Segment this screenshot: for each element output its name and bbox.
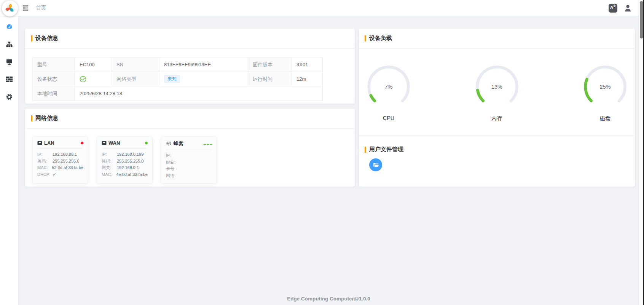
folder-open-icon [373, 163, 379, 168]
list-item: DHCP:✓ [37, 171, 83, 178]
list-item: IMEI: [166, 159, 212, 166]
disk-gauge: 25% 磁盘 [582, 64, 628, 122]
list-item: 网关:192.168.0.1 [102, 164, 148, 171]
scrollbar-thumb[interactable] [640, 1, 643, 38]
table-row: 型号 EC100 SN 813FE9EF969913EE 固件版本 3X01 [33, 57, 323, 72]
device-info-header: 设备信息 [25, 29, 355, 49]
sidebar-collapse-button[interactable] [22, 4, 29, 12]
lan-name: LAN [44, 140, 54, 146]
list-item: IP:192.168.88.1 [37, 151, 83, 158]
firmware-label: 固件版本 [248, 57, 292, 72]
disk-label: 磁盘 [600, 115, 611, 122]
divider [102, 149, 148, 149]
wan-status-dot [145, 142, 148, 144]
nettype-label: 网络类型 [112, 72, 159, 86]
monitor-icon [6, 59, 13, 65]
table-row: 设备状态 网络类型 未知 运行时间 12m [33, 72, 323, 86]
top-bar: 首页 A文 [0, 0, 644, 16]
wan-name: WAN [108, 140, 120, 146]
uptime-label: 运行时间 [248, 72, 292, 86]
nettype-badge: 未知 [164, 75, 180, 83]
success-check-circle-icon [80, 76, 86, 83]
list-item: 卡号: [166, 166, 212, 172]
device-load-card: 设备负载 7% CPU 13% 内存 [359, 29, 635, 187]
user-icon [624, 4, 632, 12]
divider [37, 149, 83, 149]
sidebar-item-monitor[interactable] [0, 59, 18, 65]
localtime-value: 2025/6/28 14:28:18 [75, 86, 323, 101]
accent-bar [31, 35, 32, 42]
divider [166, 150, 212, 150]
model-label: 型号 [33, 57, 75, 72]
localtime-label: 本地时间 [33, 86, 75, 101]
sidebar-item-firewall[interactable] [0, 76, 18, 83]
device-load-title: 设备负载 [369, 35, 392, 42]
list-item: IP:192.168.0.199 [102, 151, 148, 158]
network-info-title: 网络信息 [35, 115, 58, 122]
cellular-status-dash [204, 144, 212, 145]
scrollbar-track [639, 0, 644, 305]
accent-bar [31, 115, 32, 121]
network-info-card: 网络信息 LAN IP:192. [25, 109, 355, 187]
footer-text: Edge Computing Computer@1.0.0 [19, 296, 639, 302]
nettype-value: 未知 [159, 72, 248, 86]
accent-bar [365, 147, 366, 153]
load-gauges: 7% CPU 13% 内存 25% 磁盘 [359, 64, 635, 122]
list-item: 掩码:255.255.255.0 [37, 158, 83, 165]
file-manager-header: 用户文件管理 [359, 136, 635, 153]
memory-gauge: 13% 内存 [474, 64, 520, 122]
sidebar-item-dashboard[interactable] [0, 24, 18, 30]
list-item: MAC:52:0d:af:33:fa:be [37, 164, 83, 171]
device-load-header: 设备负载 [359, 29, 635, 49]
open-file-manager-button[interactable] [369, 158, 382, 171]
status-label: 设备状态 [33, 72, 75, 86]
ethernet-port-icon [37, 141, 42, 145]
dashboard-icon [6, 24, 13, 30]
device-info-table: 型号 EC100 SN 813FE9EF969913EE 固件版本 3X01 设… [32, 57, 323, 101]
table-row: 本地时间 2025/6/28 14:28:18 [33, 86, 323, 101]
sidebar-nav [0, 16, 19, 305]
network-info-header: 网络信息 [25, 109, 355, 129]
cpu-label: CPU [383, 115, 395, 121]
cpu-gauge: 7% CPU [366, 64, 411, 122]
device-info-card: 设备信息 型号 EC100 SN 813FE9EF969913EE 固件版本 3… [25, 29, 355, 104]
sitemap-icon [6, 42, 13, 48]
status-value [75, 72, 112, 86]
cpu-percent: 7% [366, 64, 411, 110]
lan-card: LAN IP:192.168.88.1 掩码:255.255.255.0 MAC… [32, 136, 88, 184]
sidebar-item-settings[interactable] [0, 94, 18, 100]
firmware-value: 3X01 [292, 57, 323, 72]
sn-value: 813FE9EF969913EE [159, 57, 248, 72]
lan-status-dot [81, 142, 83, 144]
cellular-card: 蜂窝 IP: IMEI: 卡号: 网络: [161, 136, 217, 184]
uptime-value: 12m [292, 72, 323, 86]
sidebar-item-network[interactable] [0, 41, 18, 48]
wan-card: WAN IP:192.168.0.199 掩码:255.255.255.0 网关… [97, 136, 153, 184]
device-info-title: 设备信息 [35, 35, 58, 42]
list-item: 掩码:255.255.255.0 [102, 158, 148, 165]
list-item: MAC:4e:0d:af:33:fa:be [102, 171, 148, 178]
topbar-actions: A文 [609, 4, 632, 13]
ethernet-port-icon [102, 141, 107, 145]
app-logo [2, 0, 18, 16]
list-item: 网络: [166, 172, 212, 179]
user-menu-button[interactable] [624, 4, 632, 12]
file-manager-title: 用户文件管理 [369, 146, 403, 153]
list-item: IP: [166, 152, 212, 159]
accent-bar [365, 35, 366, 42]
language-switch-button[interactable]: A文 [609, 4, 617, 13]
gear-icon [6, 94, 13, 100]
pinwheel-logo-icon [5, 3, 15, 13]
firewall-icon [6, 77, 13, 82]
sn-label: SN [112, 57, 159, 72]
menu-fold-icon [22, 5, 29, 11]
dhcp-check: ✓ [53, 171, 56, 178]
cellular-antenna-icon [166, 141, 172, 146]
cellular-name: 蜂窝 [174, 140, 183, 147]
model-value: EC100 [75, 57, 112, 72]
main-content: 设备信息 型号 EC100 SN 813FE9EF969913EE 固件版本 3… [19, 16, 639, 305]
disk-percent: 25% [582, 64, 628, 110]
memory-label: 内存 [491, 115, 502, 122]
breadcrumb[interactable]: 首页 [36, 5, 46, 11]
memory-percent: 13% [474, 64, 520, 110]
